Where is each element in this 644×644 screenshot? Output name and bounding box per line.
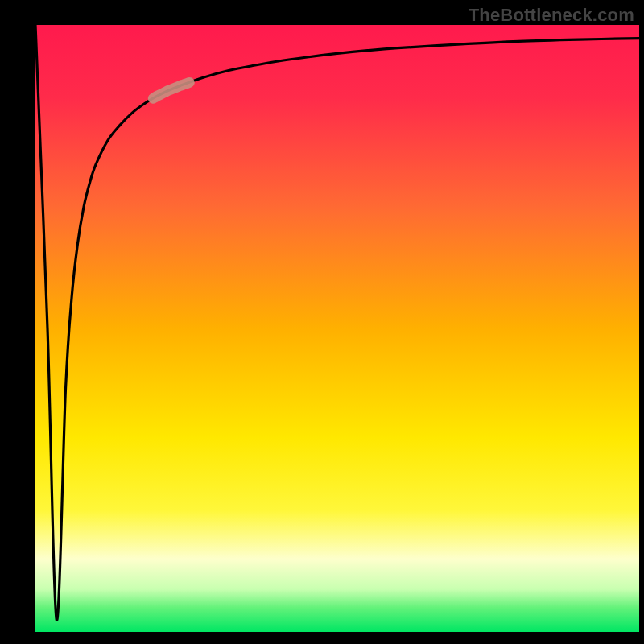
chart-frame: TheBottleneck.com — [0, 0, 644, 644]
plot-background — [35, 25, 639, 632]
chart-svg — [0, 0, 644, 644]
watermark-text: TheBottleneck.com — [469, 5, 634, 26]
